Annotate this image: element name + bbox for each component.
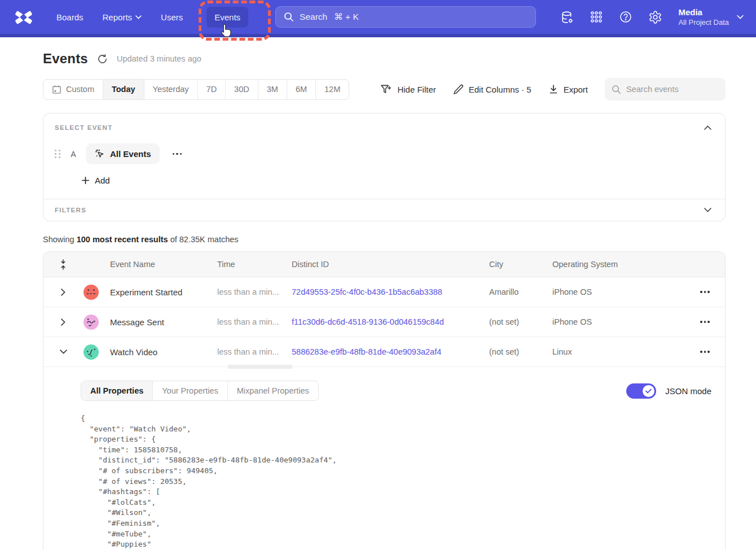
refresh-button[interactable]	[96, 53, 109, 66]
event-avatar-icon	[83, 284, 99, 300]
nav-events-wrapper: Events	[206, 7, 248, 28]
os-cell: iPhone OS	[543, 317, 664, 326]
column-header-event-name[interactable]: Event Name	[101, 260, 208, 269]
add-event-button[interactable]: Add	[81, 176, 110, 185]
chevron-right-icon	[61, 289, 65, 296]
navbar-right-section: Media All Project Data	[556, 6, 744, 28]
tab-all-properties[interactable]: All Properties	[81, 381, 152, 400]
chevron-down-icon	[704, 208, 711, 212]
hide-filter-button[interactable]: Hide Filter	[380, 84, 436, 95]
chevron-down-icon	[135, 15, 142, 19]
chevron-right-icon	[61, 318, 65, 326]
expand-row-button[interactable]	[54, 316, 73, 328]
table-row: Experiment Started less than a min... 72…	[43, 277, 725, 307]
expand-filters-button[interactable]	[702, 206, 714, 215]
chevron-down-icon	[60, 350, 67, 354]
time-cell: less than a min...	[208, 287, 283, 296]
distinct-id-link[interactable]: 5886283e-e9fb-48fb-81de-40e9093a2af4	[292, 347, 441, 356]
download-icon	[548, 84, 559, 94]
collapse-row-button[interactable]	[54, 347, 73, 356]
project-switcher[interactable]: Media All Project Data	[678, 7, 744, 27]
row-more-actions-button[interactable]	[697, 347, 713, 356]
event-avatar-icon	[83, 314, 99, 330]
mixpanel-logo-icon[interactable]	[12, 7, 35, 27]
nav-reports[interactable]: Reports	[95, 7, 150, 28]
query-builder-card: SELECT EVENT A All Events Add	[43, 113, 726, 221]
select-event-label: SELECT EVENT	[55, 124, 113, 131]
event-avatar-icon	[83, 344, 99, 360]
data-management-icon[interactable]	[556, 6, 578, 28]
os-cell: Linux	[543, 347, 664, 356]
expand-row-button[interactable]	[54, 286, 73, 298]
event-name-cell: Message Sent	[101, 317, 208, 327]
event-detail-panel: All Properties Your Properties Mixpanel …	[43, 367, 725, 550]
date-range-12m[interactable]: 12M	[315, 80, 349, 99]
event-selector-button[interactable]: All Events	[86, 143, 160, 164]
nav-reports-label: Reports	[103, 12, 133, 22]
date-range-selector: Custom Today Yesterday 7D 30D 3M 6M 12M	[43, 79, 349, 100]
tab-your-properties[interactable]: Your Properties	[152, 381, 227, 400]
date-range-today[interactable]: Today	[103, 80, 144, 99]
events-table: Event Name Time Distinct ID City Operati…	[43, 251, 726, 550]
column-header-city[interactable]: City	[480, 260, 543, 269]
distinct-id-cell: f11c30d6-dc6d-4518-9136-0d046159c84d	[283, 317, 480, 326]
hand-pointer-cursor-icon	[220, 23, 232, 38]
column-header-time[interactable]: Time	[208, 260, 283, 269]
column-header-os[interactable]: Operating System	[543, 260, 664, 269]
city-cell: (not set)	[480, 317, 543, 326]
search-events-input[interactable]	[605, 78, 726, 101]
date-range-30d[interactable]: 30D	[225, 80, 258, 99]
distinct-id-cell: 72d49553-25fc-4f0c-b436-1b5ac6ab3388	[283, 287, 480, 296]
row-more-actions-button[interactable]	[697, 287, 713, 296]
json-mode-toggle[interactable]	[626, 383, 656, 399]
edit-columns-button[interactable]: Edit Columns · 5	[453, 84, 531, 95]
page-title: Events	[43, 51, 88, 67]
time-cell: less than a min...	[208, 317, 283, 326]
drag-handle-icon[interactable]	[55, 150, 61, 158]
time-column-scrollbar[interactable]	[228, 365, 292, 369]
refresh-icon	[97, 54, 108, 64]
date-range-6m[interactable]: 6M	[287, 80, 315, 99]
last-updated-text: Updated 3 minutes ago	[117, 54, 201, 63]
chevron-up-icon	[704, 125, 711, 130]
event-json-viewer[interactable]: { "event": "Watch Video", "properties": …	[81, 413, 711, 550]
event-row-letter: A	[71, 150, 76, 159]
date-range-custom[interactable]: Custom	[43, 80, 103, 99]
project-name: Media	[678, 7, 729, 17]
settings-gear-icon[interactable]	[644, 6, 666, 28]
help-icon[interactable]	[615, 6, 636, 28]
tab-mixpanel-properties[interactable]: Mixpanel Properties	[227, 381, 318, 400]
search-icon	[284, 12, 294, 22]
row-more-actions-button[interactable]	[697, 317, 713, 326]
search-icon	[612, 85, 621, 94]
navbar-search[interactable]: Search ⌘ + K	[275, 6, 536, 28]
arrows-inward-icon	[60, 259, 67, 270]
event-more-options-button[interactable]	[169, 150, 186, 159]
calendar-icon	[52, 85, 61, 94]
table-row-expanded: Watch Video less than a min... 5886283e-…	[43, 337, 725, 367]
date-range-yesterday[interactable]: Yesterday	[144, 80, 197, 99]
project-scope: All Project Data	[678, 18, 729, 27]
plus-icon	[81, 176, 90, 185]
checkmark-icon	[645, 389, 652, 394]
date-range-7d[interactable]: 7D	[197, 80, 226, 99]
table-header-row: Event Name Time Distinct ID City Operati…	[43, 252, 725, 277]
apps-grid-icon[interactable]	[586, 6, 607, 28]
filters-section[interactable]: FILTERS	[43, 199, 725, 221]
distinct-id-link[interactable]: 72d49553-25fc-4f0c-b436-1b5ac6ab3388	[292, 287, 442, 296]
date-range-3m[interactable]: 3M	[258, 80, 287, 99]
json-mode-label: JSON mode	[665, 386, 711, 396]
os-cell: iPhone OS	[543, 287, 664, 296]
distinct-id-link[interactable]: f11c30d6-dc6d-4518-9136-0d046159c84d	[292, 317, 444, 326]
city-cell: Amarillo	[480, 287, 543, 296]
city-cell: (not set)	[480, 347, 543, 356]
chevron-down-icon	[737, 15, 744, 19]
column-header-distinct-id[interactable]: Distinct ID	[283, 260, 480, 269]
event-name-cell: Watch Video	[101, 347, 208, 357]
export-button[interactable]: Export	[548, 84, 588, 94]
collapse-all-rows-button[interactable]	[54, 257, 73, 272]
nav-boards[interactable]: Boards	[49, 7, 91, 28]
collapse-section-button[interactable]	[702, 123, 714, 132]
nav-users[interactable]: Users	[153, 7, 191, 28]
results-summary: Showing 100 most recent results of 82.35…	[43, 235, 726, 244]
